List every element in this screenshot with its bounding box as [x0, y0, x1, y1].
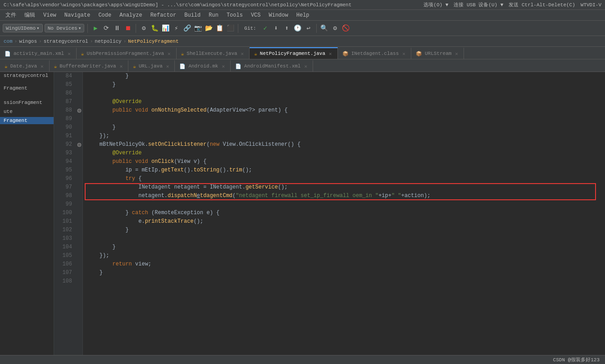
attach-icon[interactable]: 🔗 [182, 24, 191, 33]
code-line-94: public void onClick(View v) { [85, 157, 603, 166]
git-history-icon[interactable]: 🕐 [293, 24, 302, 33]
toolbar-sep-3 [238, 24, 238, 33]
sidebar-item-ute[interactable]: ute [0, 108, 54, 115]
tab-shellexecute-close[interactable]: ✕ [240, 51, 245, 57]
menu-window[interactable]: Window [265, 11, 292, 19]
pause-button[interactable]: ⏸ [113, 24, 122, 33]
search-everywhere-icon[interactable]: 🔍 [320, 24, 329, 33]
ln-99: 99 [56, 200, 72, 209]
menu-build[interactable]: Build [181, 11, 204, 19]
run-button[interactable]: ▶ [91, 24, 100, 33]
toolbar-sep-4 [316, 24, 317, 33]
menu-code[interactable]: Code [95, 11, 115, 19]
main-area: strategycontrol Fragment ssionFragment u… [0, 72, 605, 364]
menu-bar: 文件 编辑 View Navigate Code Analyze Refacto… [0, 10, 605, 21]
options-menu[interactable]: 选项(O) ▼ [423, 1, 448, 8]
logcat-icon[interactable]: 📋 [215, 24, 224, 33]
device-label: No Devices [48, 26, 77, 31]
gutter-87 [76, 98, 82, 106]
menu-view[interactable]: View [40, 11, 60, 19]
gutter-98 [76, 192, 82, 200]
tab-androidmk[interactable]: 📄 Android.mk ✕ [175, 60, 231, 72]
sidebar-item-ssionfragment[interactable]: ssionFragment [0, 99, 54, 106]
tab-activity-main[interactable]: 📄 activity_main.xml ✕ [0, 47, 77, 59]
tab-androidmanifest-close[interactable]: ✕ [303, 63, 308, 69]
tab-activity-main-close[interactable]: ✕ [67, 51, 72, 57]
toolbar: WingUIDemo ▾ No Devices ▾ ▶ ⟳ ⏸ ⏹ ⚙ 🐛 📊 … [0, 21, 605, 36]
tab-url-close[interactable]: ✕ [165, 63, 170, 69]
ln-94: 94 [56, 157, 72, 166]
device-dropdown-icon: ▾ [78, 25, 82, 31]
ln-97: 97 [56, 183, 72, 192]
code-line-101: e.printStackTrace(); [85, 217, 603, 226]
send-ctrlaltdel[interactable]: 发送 Ctrl-Alt-Delete(C) [509, 1, 575, 8]
project-selector[interactable]: WingUIDemo ▾ [3, 24, 43, 32]
menu-refactor[interactable]: Refactor [147, 11, 180, 19]
coverage-icon[interactable]: 📊 [161, 24, 170, 33]
gutter-103 [76, 234, 82, 243]
menu-navigate[interactable]: Navigate [61, 11, 94, 19]
code-line-96: try { [85, 175, 603, 183]
tab-androidmanifest-label: AndroidManifest.xml [244, 63, 300, 69]
tab-androidmanifest[interactable]: 📄 AndroidManifest.xml ✕ [231, 60, 313, 72]
tab-bufferedwriter-label: BufferedWriter.java [59, 63, 116, 69]
breadcrumb-netpolicyfragment[interactable]: NetPolicyFragment [128, 39, 178, 44]
settings-icon[interactable]: ⚙ [139, 24, 148, 33]
tab-date[interactable]: ☕ Date.java ✕ [0, 60, 50, 72]
tab-netpolicyfragment-close[interactable]: ✕ [328, 51, 333, 57]
git-push-icon[interactable]: ⬆ [282, 24, 291, 33]
tab-urlstream-close[interactable]: ✕ [454, 51, 459, 57]
tab-inetdagent-close[interactable]: ✕ [401, 51, 406, 57]
menu-edit[interactable]: 编辑 [21, 10, 39, 20]
debug-icon[interactable]: 🐛 [150, 24, 159, 33]
sidebar-item-strategycontrol[interactable]: strategycontrol [0, 72, 54, 79]
tab-netpolicyfragment[interactable]: ☕ NetPolicyFragment.java ✕ [250, 47, 337, 59]
terminal-icon[interactable]: ⬛ [226, 24, 235, 33]
menu-vcs[interactable]: VCS [247, 11, 264, 19]
ln-104: 104 [56, 243, 72, 252]
profile-icon[interactable]: ⚡ [172, 24, 181, 33]
settings2-icon[interactable]: ⚙ [331, 24, 340, 33]
ln-95: 95 [56, 166, 72, 175]
device-selector[interactable]: No Devices ▾ [45, 24, 85, 32]
git-check-icon[interactable]: ✓ [261, 24, 270, 33]
menu-file[interactable]: 文件 [2, 10, 20, 20]
tab-usbpermission-close[interactable]: ✕ [167, 51, 172, 57]
sidebar-item-fragment[interactable]: Fragment [0, 85, 54, 92]
tab-usbpermission-icon: ☕ [81, 51, 84, 57]
red-box-highlight: INetdagent netagent = INetdagent.getServ… [85, 183, 603, 200]
tab-date-close[interactable]: ✕ [40, 63, 45, 69]
stop-button[interactable]: ⏹ [123, 24, 132, 33]
menu-help[interactable]: Help [293, 11, 313, 19]
no-tasks-icon[interactable]: 🚫 [341, 24, 350, 33]
gutter-88 [76, 106, 82, 115]
tab-shellexecute[interactable]: ☕ ShellExecute.java ✕ [177, 47, 250, 59]
menu-tools[interactable]: Tools [223, 11, 246, 19]
breadcrumb-wingos[interactable]: wingos [19, 39, 37, 44]
gutter-85 [76, 81, 82, 89]
tab-androidmk-close[interactable]: ✕ [221, 63, 226, 69]
tab-usbpermission[interactable]: ☕ UsbPermissionFragment.java ✕ [77, 47, 177, 59]
breadcrumb-strategycontrol[interactable]: strategycontrol [44, 39, 88, 44]
breadcrumb-netpolicy[interactable]: netpolicy [95, 39, 121, 44]
camera-icon[interactable]: 📷 [193, 24, 202, 33]
tab-inetdagent[interactable]: 📦 INetdagent.class ✕ [338, 47, 411, 59]
tab-bufferedwriter[interactable]: ☕ BufferedWriter.java ✕ [50, 60, 129, 72]
code-content[interactable]: } } @Override public void onNothingSelec… [83, 72, 605, 364]
tab-inetdagent-icon: 📦 [342, 51, 349, 57]
menu-analyze[interactable]: Analyze [116, 11, 146, 19]
sidebar-item-fragment2[interactable]: Fragment [0, 117, 54, 124]
usb-connect[interactable]: 连接 USB 设备(U) ▼ [454, 1, 503, 8]
menu-run[interactable]: Run [205, 11, 222, 19]
refresh-button[interactable]: ⟳ [102, 24, 111, 33]
breadcrumb-com[interactable]: com [4, 39, 13, 44]
title-bar-path: C:\safe\alps\vendor\wingos\packages\apps… [4, 2, 423, 8]
git-update-icon[interactable]: ⬇ [272, 24, 281, 33]
git-revert-icon[interactable]: ↩ [304, 24, 313, 33]
gutter-84 [76, 72, 82, 81]
tab-urlstream[interactable]: 📦 URLStream ✕ [411, 47, 464, 59]
tab-url[interactable]: ☕ URL.java ✕ [128, 60, 175, 72]
tab-bufferedwriter-close[interactable]: ✕ [119, 63, 124, 69]
device-file-icon[interactable]: 📂 [204, 24, 213, 33]
code-line-107: } [85, 269, 603, 277]
